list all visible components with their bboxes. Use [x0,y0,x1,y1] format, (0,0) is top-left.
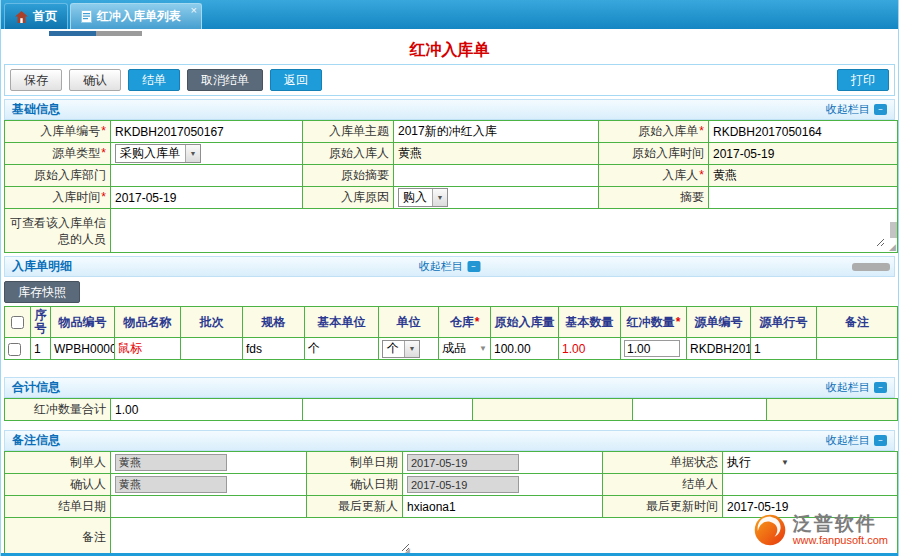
cell-item-name: 鼠标 [115,338,181,360]
total-row: 红冲数量合计 1.00 [5,399,898,421]
collapse-icon: − [874,382,887,393]
maker-input [115,454,227,471]
unit-select[interactable]: 个 ▼ [382,340,420,358]
settle-date-value [111,496,307,518]
total-collapse-link[interactable]: 收起栏目 − [826,380,887,395]
resize-grip-icon[interactable]: ◢ [889,243,896,252]
viewers-label: 可查看该入库单信息的人员 [5,209,111,253]
remark-textarea[interactable] [115,520,410,552]
document-icon [81,10,92,23]
col-red-qty: 红冲数量* [621,307,687,338]
confirmer-label: 确认人 [5,474,111,496]
vendor-name: 泛普软件 [793,514,888,535]
col-spec: 规格 [243,307,305,338]
total-table: 红冲数量合计 1.00 [4,398,898,421]
remarks-section-title: 备注信息 [12,432,60,449]
orig-time-value: 2017-05-19 [709,143,898,165]
stock-snapshot-button[interactable]: 库存快照 [4,281,80,303]
scrollbar-thumb-blue[interactable] [49,31,96,36]
col-source-line: 源单行号 [751,307,817,338]
col-unit: 单位 [379,307,439,338]
save-button[interactable]: 保存 [10,69,62,91]
make-date-label: 制单日期 [307,452,403,474]
viewers-scrollbar-thumb[interactable] [890,222,897,238]
remarks-collapse-link[interactable]: 收起栏目 − [826,433,887,448]
cell-base-unit: 个 [305,338,379,360]
detail-hscrollbar-thumb[interactable] [852,263,890,271]
summary-value[interactable] [709,187,898,209]
settler-value [723,474,898,496]
red-qty-total-label: 红冲数量合计 [5,399,111,421]
order-no-value[interactable]: RKDBH2017050167 [111,121,303,143]
select-all-checkbox[interactable] [11,316,24,329]
reason-select[interactable]: 购入 ▼ [398,188,448,207]
back-button[interactable]: 返回 [270,69,322,91]
spacer [1,421,898,427]
viewers-textarea[interactable] [115,211,885,247]
basic-row-viewers: 可查看该入库单信息的人员 ◢ [5,209,898,253]
tab-list-label: 红冲入库单列表 [97,8,181,25]
orig-summary-value[interactable] [394,165,599,187]
vendor-logo: 泛普软件 www.fanpusoft.com [752,512,888,548]
print-button[interactable]: 打印 [837,69,889,91]
collapse-icon: − [874,104,887,115]
confirm-button[interactable]: 确认 [69,69,121,91]
chevron-down-icon: ▼ [404,341,419,357]
subject-label: 入库单主题 [303,121,394,143]
cell-seq: 1 [31,338,51,360]
fanpu-logo-icon [752,512,788,548]
detail-collapse-link[interactable]: 收起栏目 − [419,259,480,274]
confirm-date-input [407,476,519,493]
basic-row-3: 原始入库部门 原始摘要 入库人* 黄燕 [5,165,898,187]
subject-value[interactable]: 2017新的冲红入库 [394,121,599,143]
tab-list[interactable]: 红冲入库单列表 × [70,3,202,29]
confirmer-input [115,476,227,493]
tab-close-icon[interactable]: × [191,5,197,16]
total-empty-cell [303,399,473,421]
cell-base-qty: 1.00 [559,338,621,360]
basic-collapse-link[interactable]: 收起栏目 − [826,102,887,117]
settle-button[interactable]: 结单 [128,69,180,91]
viewers-cell: ◢ [111,209,898,253]
entry-person-label: 入库人* [599,165,709,187]
orig-person-value: 黄燕 [394,143,599,165]
status-select[interactable]: 执行 ▼ [727,454,893,471]
orig-dept-label: 原始入库部门 [5,165,111,187]
make-date-cell [403,452,603,474]
cell-source-line: 1 [751,338,817,360]
vendor-url[interactable]: www.fanpusoft.com [793,534,888,546]
entry-time-value[interactable]: 2017-05-19 [111,187,303,209]
source-type-label: 源单类型* [5,143,111,165]
row-checkbox[interactable] [8,343,21,356]
make-date-input [407,454,519,471]
cell-batch[interactable] [181,338,243,360]
detail-header-row: 序号 物品编号 物品名称 批次 规格 基本单位 单位 仓库* 原始入库量 基本数… [5,307,898,338]
orig-dept-value[interactable] [111,165,303,187]
orig-summary-label: 原始摘要 [303,165,394,187]
col-remark: 备注 [817,307,898,338]
maker-label: 制单人 [5,452,111,474]
col-batch: 批次 [181,307,243,338]
detail-table: 序号 物品编号 物品名称 批次 规格 基本单位 单位 仓库* 原始入库量 基本数… [4,306,898,360]
cell-remark[interactable] [817,338,898,360]
app-window: 首页 红冲入库单列表 × 红冲入库单 保存 确认 结单 取消结单 返回 打印 基… [0,0,899,556]
cell-unit: 个 ▼ [379,338,439,360]
source-type-select[interactable]: 采购入库单 ▼ [115,144,201,163]
col-warehouse: 仓库* [439,307,491,338]
top-scrollbar [1,29,898,38]
status-cell: 执行 ▼ [723,452,898,474]
red-qty-input[interactable] [624,340,680,357]
chevron-down-icon: ▼ [432,189,447,206]
reason-label: 入库原因 [303,187,394,209]
cell-spec[interactable]: fds [243,338,305,360]
basic-info-table: 入库单编号* RKDBH2017050167 入库单主题 2017新的冲红入库 … [4,120,898,253]
warehouse-select[interactable]: 成品 ▼ [442,340,487,357]
total-empty-cell [473,399,633,421]
basic-row-4: 入库时间* 2017-05-19 入库原因 购入 ▼ 摘要 [5,187,898,209]
red-qty-total-value: 1.00 [111,399,303,421]
scrollbar-thumb-gray[interactable] [96,31,142,36]
collapse-icon: − [467,261,480,272]
cancel-settle-button[interactable]: 取消结单 [187,69,263,91]
tab-home[interactable]: 首页 [4,3,68,29]
total-section-title: 合计信息 [12,379,60,396]
